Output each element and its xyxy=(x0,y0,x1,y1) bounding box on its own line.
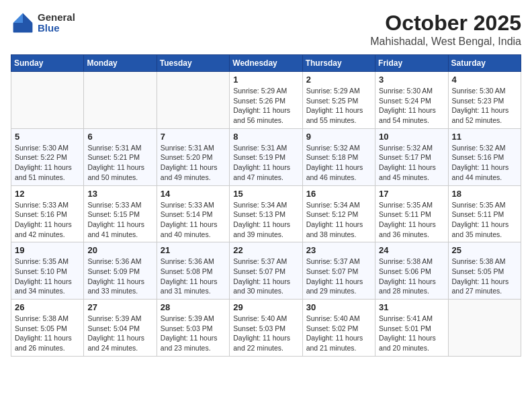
day-cell: 6Sunrise: 5:31 AM Sunset: 5:21 PM Daylig… xyxy=(84,128,157,185)
weekday-header-friday: Friday xyxy=(375,55,448,72)
day-number: 24 xyxy=(379,245,444,255)
day-info: Sunrise: 5:33 AM Sunset: 5:15 PM Dayligh… xyxy=(87,200,152,240)
calendar: SundayMondayTuesdayWednesdayThursdayFrid… xyxy=(11,54,521,357)
day-number: 27 xyxy=(87,302,152,312)
logo-blue-text: Blue xyxy=(38,23,75,34)
day-cell: 12Sunrise: 5:33 AM Sunset: 5:16 PM Dayli… xyxy=(11,185,84,242)
day-info: Sunrise: 5:33 AM Sunset: 5:16 PM Dayligh… xyxy=(15,200,80,240)
day-cell xyxy=(84,72,157,129)
day-info: Sunrise: 5:34 AM Sunset: 5:12 PM Dayligh… xyxy=(306,200,371,240)
weekday-header-row: SundayMondayTuesdayWednesdayThursdayFrid… xyxy=(11,55,521,72)
week-row-2: 5Sunrise: 5:30 AM Sunset: 5:22 PM Daylig… xyxy=(11,128,521,185)
day-number: 26 xyxy=(15,302,80,312)
day-info: Sunrise: 5:34 AM Sunset: 5:13 PM Dayligh… xyxy=(233,200,298,240)
day-number: 18 xyxy=(452,189,517,199)
title-area: October 2025 Mahishadal, West Bengal, In… xyxy=(370,11,521,48)
day-cell: 16Sunrise: 5:34 AM Sunset: 5:12 PM Dayli… xyxy=(302,185,375,242)
day-info: Sunrise: 5:39 AM Sunset: 5:04 PM Dayligh… xyxy=(87,314,152,353)
day-info: Sunrise: 5:40 AM Sunset: 5:02 PM Dayligh… xyxy=(306,314,371,353)
day-info: Sunrise: 5:35 AM Sunset: 5:11 PM Dayligh… xyxy=(452,200,517,240)
day-cell: 22Sunrise: 5:37 AM Sunset: 5:07 PM Dayli… xyxy=(230,242,302,300)
day-cell: 10Sunrise: 5:32 AM Sunset: 5:17 PM Dayli… xyxy=(375,128,448,185)
day-number: 2 xyxy=(306,75,371,85)
day-number: 3 xyxy=(379,75,444,85)
day-number: 25 xyxy=(452,245,517,255)
day-info: Sunrise: 5:35 AM Sunset: 5:11 PM Dayligh… xyxy=(379,200,444,240)
day-cell: 7Sunrise: 5:31 AM Sunset: 5:20 PM Daylig… xyxy=(157,128,229,185)
day-cell: 24Sunrise: 5:38 AM Sunset: 5:06 PM Dayli… xyxy=(375,242,448,300)
day-number: 5 xyxy=(15,132,80,142)
svg-marker-0 xyxy=(23,13,32,23)
day-number: 17 xyxy=(379,189,444,199)
day-number: 7 xyxy=(161,132,226,142)
day-number: 19 xyxy=(15,245,80,255)
day-cell: 23Sunrise: 5:37 AM Sunset: 5:07 PM Dayli… xyxy=(302,242,375,300)
day-cell: 9Sunrise: 5:32 AM Sunset: 5:18 PM Daylig… xyxy=(302,128,375,185)
day-cell: 14Sunrise: 5:33 AM Sunset: 5:14 PM Dayli… xyxy=(157,185,229,242)
day-number: 16 xyxy=(306,189,371,199)
day-number: 1 xyxy=(233,75,298,85)
day-info: Sunrise: 5:38 AM Sunset: 5:05 PM Dayligh… xyxy=(452,257,517,296)
day-info: Sunrise: 5:37 AM Sunset: 5:07 PM Dayligh… xyxy=(306,257,371,296)
day-cell: 18Sunrise: 5:35 AM Sunset: 5:11 PM Dayli… xyxy=(448,185,521,242)
day-cell: 4Sunrise: 5:30 AM Sunset: 5:23 PM Daylig… xyxy=(448,72,521,129)
day-cell: 21Sunrise: 5:36 AM Sunset: 5:08 PM Dayli… xyxy=(157,242,229,300)
day-info: Sunrise: 5:31 AM Sunset: 5:19 PM Dayligh… xyxy=(233,143,298,183)
day-number: 21 xyxy=(161,245,226,255)
day-number: 11 xyxy=(452,132,517,142)
day-info: Sunrise: 5:29 AM Sunset: 5:25 PM Dayligh… xyxy=(306,86,371,126)
day-info: Sunrise: 5:36 AM Sunset: 5:08 PM Dayligh… xyxy=(161,257,226,296)
day-number: 9 xyxy=(306,132,371,142)
week-row-5: 26Sunrise: 5:38 AM Sunset: 5:05 PM Dayli… xyxy=(11,300,521,357)
day-info: Sunrise: 5:38 AM Sunset: 5:05 PM Dayligh… xyxy=(15,314,80,353)
day-cell xyxy=(157,72,229,129)
day-cell: 28Sunrise: 5:39 AM Sunset: 5:03 PM Dayli… xyxy=(157,300,229,357)
day-cell: 13Sunrise: 5:33 AM Sunset: 5:15 PM Dayli… xyxy=(84,185,157,242)
day-number: 10 xyxy=(379,132,444,142)
day-number: 6 xyxy=(87,132,152,142)
day-number: 23 xyxy=(306,245,371,255)
day-cell: 27Sunrise: 5:39 AM Sunset: 5:04 PM Dayli… xyxy=(84,300,157,357)
weekday-header-monday: Monday xyxy=(84,55,157,72)
day-cell: 25Sunrise: 5:38 AM Sunset: 5:05 PM Dayli… xyxy=(448,242,521,300)
day-info: Sunrise: 5:40 AM Sunset: 5:03 PM Dayligh… xyxy=(233,314,298,353)
day-info: Sunrise: 5:30 AM Sunset: 5:22 PM Dayligh… xyxy=(15,143,80,183)
day-cell: 30Sunrise: 5:40 AM Sunset: 5:02 PM Dayli… xyxy=(302,300,375,357)
day-info: Sunrise: 5:35 AM Sunset: 5:10 PM Dayligh… xyxy=(15,257,80,296)
day-number: 14 xyxy=(161,189,226,199)
day-cell: 26Sunrise: 5:38 AM Sunset: 5:05 PM Dayli… xyxy=(11,300,84,357)
logo-icon xyxy=(11,11,35,35)
day-number: 30 xyxy=(306,302,371,312)
day-cell: 8Sunrise: 5:31 AM Sunset: 5:19 PM Daylig… xyxy=(230,128,302,185)
day-number: 12 xyxy=(15,189,80,199)
weekday-header-wednesday: Wednesday xyxy=(230,55,302,72)
day-number: 29 xyxy=(233,302,298,312)
day-info: Sunrise: 5:39 AM Sunset: 5:03 PM Dayligh… xyxy=(161,314,226,353)
day-cell: 20Sunrise: 5:36 AM Sunset: 5:09 PM Dayli… xyxy=(84,242,157,300)
day-cell: 17Sunrise: 5:35 AM Sunset: 5:11 PM Dayli… xyxy=(375,185,448,242)
day-info: Sunrise: 5:32 AM Sunset: 5:18 PM Dayligh… xyxy=(306,143,371,183)
day-info: Sunrise: 5:30 AM Sunset: 5:23 PM Dayligh… xyxy=(452,86,517,126)
weekday-header-tuesday: Tuesday xyxy=(157,55,229,72)
logo-general-text: General xyxy=(38,12,75,24)
weekday-header-saturday: Saturday xyxy=(448,55,521,72)
day-cell xyxy=(448,300,521,357)
day-number: 13 xyxy=(87,189,152,199)
day-number: 31 xyxy=(379,302,444,312)
day-cell: 11Sunrise: 5:32 AM Sunset: 5:16 PM Dayli… xyxy=(448,128,521,185)
weekday-header-thursday: Thursday xyxy=(302,55,375,72)
day-info: Sunrise: 5:38 AM Sunset: 5:06 PM Dayligh… xyxy=(379,257,444,296)
day-info: Sunrise: 5:31 AM Sunset: 5:20 PM Dayligh… xyxy=(161,143,226,183)
week-row-4: 19Sunrise: 5:35 AM Sunset: 5:10 PM Dayli… xyxy=(11,242,521,300)
day-info: Sunrise: 5:30 AM Sunset: 5:24 PM Dayligh… xyxy=(379,86,444,126)
day-info: Sunrise: 5:37 AM Sunset: 5:07 PM Dayligh… xyxy=(233,257,298,296)
day-number: 20 xyxy=(87,245,152,255)
day-number: 8 xyxy=(233,132,298,142)
day-info: Sunrise: 5:33 AM Sunset: 5:14 PM Dayligh… xyxy=(161,200,226,240)
logo-text: General Blue xyxy=(38,12,75,34)
day-cell: 1Sunrise: 5:29 AM Sunset: 5:26 PM Daylig… xyxy=(230,72,302,129)
day-cell: 29Sunrise: 5:40 AM Sunset: 5:03 PM Dayli… xyxy=(230,300,302,357)
day-info: Sunrise: 5:32 AM Sunset: 5:16 PM Dayligh… xyxy=(452,143,517,183)
svg-marker-1 xyxy=(13,13,23,23)
day-cell: 2Sunrise: 5:29 AM Sunset: 5:25 PM Daylig… xyxy=(302,72,375,129)
